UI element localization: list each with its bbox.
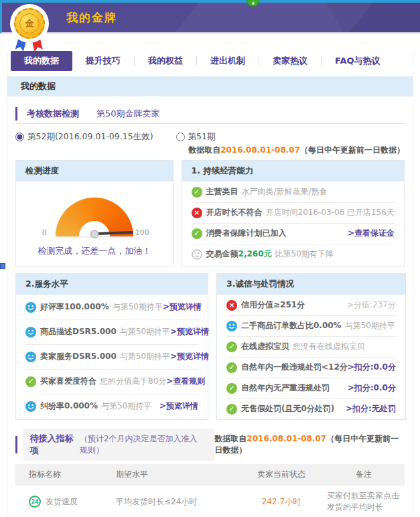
subtab-assessment-check[interactable]: 考核数据检测 xyxy=(27,108,79,120)
check-icon: ✓ xyxy=(192,228,202,239)
panel-row: ✓ 自然年内一般违规处罚<12分 >扣分:0.0分 xyxy=(217,357,405,378)
gauge-chart: 0 100 xyxy=(21,195,168,236)
metric-name: 发货速度 xyxy=(46,496,78,508)
item-sub: 您没有在线虚拟宝贝 xyxy=(293,341,365,352)
preview-detail-link[interactable]: >预览详情 xyxy=(170,351,209,362)
period-52-radio[interactable] xyxy=(15,133,24,141)
check-icon: ✓ xyxy=(226,404,237,415)
col-header-metric: 指标名称 xyxy=(15,464,116,485)
panel-row: ✓ 消费者保障计划已加入 >查看保证金 xyxy=(182,223,404,244)
selection-handle xyxy=(0,263,5,269)
table-header-row: 指标名称 期望水平 卖家当前状态 备注 xyxy=(15,464,405,485)
panels-row-1: 检测进度 0 100 检测完成，还差一点，加油！ 1. 持续经营能力 xyxy=(15,160,405,267)
item-label: 商品描述DSR5.000 xyxy=(40,326,117,338)
item-label: 消费者保障计划已加入 xyxy=(206,228,287,239)
tab-my-rights[interactable]: 我的权益 xyxy=(135,51,196,71)
item-label: 信用分值≥251分 xyxy=(241,299,305,311)
preview-detail-link[interactable]: >预览详情 xyxy=(163,301,202,313)
panels-row-2: 2.服务水平 好评率100.000% 与第50期持平 >预览详情 商品描述 xyxy=(15,273,405,420)
preview-detail-link[interactable]: >预览详情 xyxy=(170,326,209,338)
view-deposit-link[interactable]: >查看保证金 xyxy=(348,228,395,239)
item-sub: 与第50期持平 xyxy=(113,301,163,313)
subtab-accent-bar xyxy=(15,107,17,121)
item-sub: 与第50期持平 xyxy=(101,400,151,412)
panel-row: ✓ 主营类目 水产肉类/新鲜蔬果/熟食 xyxy=(182,181,404,202)
panel1-title: 1. 持续经营能力 xyxy=(182,161,404,181)
deduction-points-link[interactable]: >扣分:无处罚 xyxy=(346,403,396,415)
medal-character: 金 xyxy=(19,13,40,33)
period-52-label: 第52期(2016.09.01-09.15生效) xyxy=(27,131,153,143)
item-label: 卖家服务DSR5.000 xyxy=(40,351,117,362)
pending-title-wrap: 待接入指标项 （预计2个月内决定是否加入准入规则） xyxy=(23,429,215,461)
preview-detail-link[interactable]: >预览详情 xyxy=(159,400,198,412)
section-title: 我的数据 xyxy=(7,76,413,96)
panel3-title: 3.诚信与处罚情况 xyxy=(217,274,405,295)
pending-note: （预计2个月内决定是否加入准入规则） xyxy=(80,433,204,456)
item-label: 在线虚拟宝贝 xyxy=(241,341,289,352)
col-header-current: 卖家当前状态 xyxy=(247,464,320,485)
transaction-amount: 2,260元 xyxy=(238,248,272,260)
panel-integrity-punishment: 3.诚信与处罚情况 × 信用分值≥251分 >分值:237分 二手商品订单数占比… xyxy=(216,273,406,420)
panel-row: 好评率100.000% 与第50期持平 >预览详情 xyxy=(16,295,208,319)
gauge-hub xyxy=(90,230,98,238)
data-source-prefix: 数据取自 xyxy=(214,434,247,443)
view-rules-link[interactable]: >查看规则 xyxy=(166,376,205,387)
panel-row: ✓ 在线虚拟宝贝 您没有在线虚拟宝贝 xyxy=(217,336,405,357)
smile-icon xyxy=(25,401,36,412)
panel-row: ✓ 无售假处罚(且无0分处罚) >扣分:无处罚 xyxy=(217,398,405,419)
period-51-option[interactable]: 第51期 xyxy=(176,131,216,143)
check-icon: ✓ xyxy=(226,342,237,352)
shipping-speed-icon: 24 xyxy=(29,496,41,508)
smile-icon xyxy=(25,327,36,338)
item-sub: 水产肉类/新鲜蔬果/熟食 xyxy=(242,186,328,198)
data-source-prefix: 数据取自 xyxy=(188,145,220,155)
app-header: 我的金牌 xyxy=(0,3,420,33)
panel-row: 交易金额 2,260元 比第50期有下降 xyxy=(182,244,404,265)
tab-improve-skills[interactable]: 提升技巧 xyxy=(72,51,134,71)
item-label: 纠纷率0.000% xyxy=(40,400,98,412)
tab-seller-discussion[interactable]: 卖家热议 xyxy=(259,51,321,71)
panel-row: 纠纷率0.000% 与第50期持平 >预览详情 xyxy=(16,394,208,419)
gold-medal-icon: 金 xyxy=(10,4,49,54)
check-icon: ✓ xyxy=(226,383,237,394)
panel-service-level: 2.服务水平 好评率100.000% 与第50期持平 >预览详情 商品描述 xyxy=(15,273,208,420)
page-body: 我的数据 提升技巧 我的权益 进出机制 卖家热议 FAQ与热议 我的数据 考核数… xyxy=(7,51,413,517)
progress-panel-title: 检测进度 xyxy=(16,161,173,181)
tab-entry-exit-rules[interactable]: 进出机制 xyxy=(197,51,259,71)
item-sub: 您的分值高于80分 xyxy=(100,376,166,387)
period-51-label: 第51期 xyxy=(188,131,216,143)
col-header-remark: 备注 xyxy=(320,464,405,485)
item-sub: 与第50期持平 xyxy=(345,320,395,331)
data-source-date: 2016.08.01-08.07 xyxy=(247,434,326,443)
item-label: 买家喜爱度符合 xyxy=(40,376,96,387)
smile-icon xyxy=(25,352,36,362)
item-label: 无售假处罚(且无0分处罚) xyxy=(241,403,334,415)
subtab-period-50-sellers[interactable]: 第50期金牌卖家 xyxy=(96,108,160,120)
metric-expected: 平均发货时长≤24小时 xyxy=(116,492,247,512)
sub-tabs: 考核数据检测 第50期金牌卖家 xyxy=(15,104,405,124)
gauge-min-label: 0 xyxy=(42,228,47,237)
tab-my-data[interactable]: 我的数据 xyxy=(11,51,72,71)
section-accent-bar xyxy=(15,436,17,453)
cross-icon: × xyxy=(226,300,237,311)
deduction-points-link[interactable]: >扣分:0.0分 xyxy=(348,382,396,394)
check-icon: ✓ xyxy=(226,362,237,373)
check-icon: ✓ xyxy=(25,376,36,387)
tab-faq[interactable]: FAQ与热议 xyxy=(322,51,394,71)
data-source-note: 数据取自2016.08.01-08.07（每日中午更新前一日数据） xyxy=(15,145,405,156)
item-label: 交易金额 xyxy=(206,248,238,260)
metric-current: 242.7小时 xyxy=(247,492,320,512)
period-51-radio[interactable] xyxy=(176,133,185,141)
col-header-expected: 期望水平 xyxy=(116,464,247,485)
deduction-points-link[interactable]: >扣分:0.0分 xyxy=(348,362,396,373)
pending-metrics-table: 指标名称 期望水平 卖家当前状态 备注 24 发货速度 平均发货时长≤24小时 … xyxy=(15,464,405,517)
gauge: 0 100 检测完成，还差一点，加油！ xyxy=(16,181,173,267)
item-sub: 与第50期持平 xyxy=(120,326,170,338)
table-row: 24 发货速度 平均发货时长≤24小时 242.7小时 买家付款至卖家点击发货的… xyxy=(15,485,405,517)
smile-icon xyxy=(226,321,237,331)
panel-row: 二手商品订单数占比0.00% 与第50期持平 xyxy=(217,315,405,336)
panel-sustained-operation: 1. 持续经营能力 ✓ 主营类目 水产肉类/新鲜蔬果/熟食 × 开店时长不符合 … xyxy=(182,160,405,267)
item-sub: 开店时间2016-03-06 已开店156天 xyxy=(266,207,395,218)
period-52-option[interactable]: 第52期(2016.09.01-09.15生效) xyxy=(15,131,153,143)
check-icon: ✓ xyxy=(192,187,202,198)
